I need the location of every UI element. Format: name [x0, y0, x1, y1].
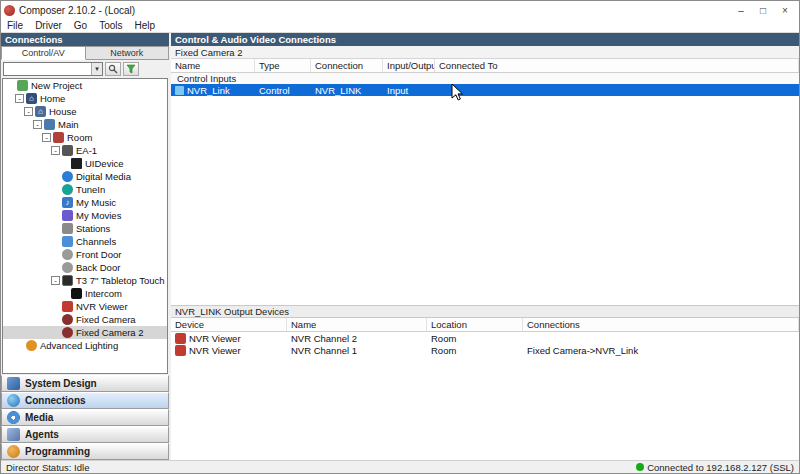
- menu-tools[interactable]: Tools: [93, 20, 128, 31]
- output-row-nvr-channel-2[interactable]: NVR ViewerNVR Channel 2Room: [171, 332, 799, 344]
- tree-item-intercom[interactable]: Intercom: [3, 287, 167, 300]
- nav-panel: System DesignConnectionsMediaAgentsProgr…: [1, 375, 169, 460]
- lighting-icon: [26, 340, 37, 351]
- expander-icon: [51, 315, 60, 324]
- nav-item-system-design[interactable]: System Design: [1, 375, 169, 392]
- group-row-control-inputs: Control Inputs: [171, 73, 799, 84]
- tree-item-back-door[interactable]: Back Door: [3, 261, 167, 274]
- tree-item-new-project[interactable]: New Project: [3, 79, 167, 92]
- device-name: NVR Viewer: [189, 345, 241, 356]
- minimize-button[interactable]: –: [730, 2, 752, 18]
- expander-icon[interactable]: -: [42, 133, 51, 142]
- output-table-header: DeviceNameLocationConnections: [171, 318, 799, 332]
- device-icon: [62, 145, 73, 156]
- chevron-down-icon[interactable]: ▾: [91, 63, 102, 75]
- expander-icon[interactable]: -: [24, 107, 33, 116]
- tree-item-my-movies[interactable]: My Movies: [3, 209, 167, 222]
- intercom-icon: [71, 288, 82, 299]
- expander-icon[interactable]: -: [51, 146, 60, 155]
- tree-item-my-music[interactable]: My Music: [3, 196, 167, 209]
- nav-item-label: Media: [25, 412, 53, 423]
- home-icon: [26, 93, 37, 104]
- close-button[interactable]: ×: [774, 2, 796, 18]
- cell-connection: NVR_LINK: [311, 84, 383, 96]
- expander-icon[interactable]: -: [51, 276, 60, 285]
- camera-icon: [62, 327, 73, 338]
- tree-item-main[interactable]: -Main: [3, 118, 167, 131]
- expander-icon: [15, 341, 24, 350]
- tab-control-av[interactable]: Control/AV: [1, 46, 86, 60]
- tab-network[interactable]: Network: [86, 46, 170, 60]
- menu-go[interactable]: Go: [68, 20, 93, 31]
- expander-icon: [51, 263, 60, 272]
- tree-item-channels[interactable]: Channels: [3, 235, 167, 248]
- tree-item-advanced-lighting[interactable]: Advanced Lighting: [3, 339, 167, 352]
- filter-button[interactable]: [123, 62, 139, 76]
- expander-icon: [51, 237, 60, 246]
- cell-connected-to: [435, 84, 799, 96]
- system-design-icon: [7, 377, 20, 390]
- nvr-icon: [62, 301, 73, 312]
- room-icon: [53, 132, 64, 143]
- tree-item-label: Room: [67, 132, 92, 143]
- selected-device-label: Fixed Camera 2: [171, 46, 799, 59]
- cell-location: Room: [427, 332, 523, 344]
- tree-item-room[interactable]: -Room: [3, 131, 167, 144]
- main-content: Connections Control/AVNetwork ▾ New Proj…: [1, 33, 799, 460]
- output-table-body: NVR ViewerNVR Channel 2RoomNVR ViewerNVR…: [171, 332, 799, 356]
- find-button[interactable]: [105, 62, 121, 76]
- tree-item-t3-7-tabletop-touch-screen[interactable]: -T3 7" Tabletop Touch Screen: [3, 274, 167, 287]
- programming-icon: [7, 445, 20, 458]
- cell-name: NVR Channel 2: [287, 332, 427, 344]
- tree-item-ea-1[interactable]: -EA-1: [3, 144, 167, 157]
- filter-combo-input[interactable]: [4, 63, 91, 75]
- connection-status: Connected to 192.168.2.127 (SSL): [636, 462, 794, 473]
- expander-icon[interactable]: -: [33, 120, 42, 129]
- nvr-viewer-icon: [175, 333, 186, 344]
- expander-icon: [51, 172, 60, 181]
- house-icon: [35, 106, 46, 117]
- connection-row-nvr-link[interactable]: NVR_LinkControlNVR_LINKInput: [171, 84, 799, 96]
- device-name: NVR Viewer: [189, 333, 241, 344]
- tree-item-home[interactable]: -Home: [3, 92, 167, 105]
- expander-icon: [51, 250, 60, 259]
- window-title: Composer 2.10.2 - (Local): [19, 5, 730, 16]
- tree-item-fixed-camera-2[interactable]: Fixed Camera 2: [3, 326, 167, 339]
- tree-item-label: My Movies: [76, 210, 121, 221]
- tree-item-digital-media[interactable]: Digital Media: [3, 170, 167, 183]
- tree-item-label: Back Door: [76, 262, 120, 273]
- expander-icon: [6, 81, 15, 90]
- nav-item-programming[interactable]: Programming: [1, 443, 169, 460]
- nav-item-label: Programming: [25, 446, 90, 457]
- tree-item-nvr-viewer[interactable]: NVR Viewer: [3, 300, 167, 313]
- cell-name: NVR_Link: [171, 84, 255, 96]
- tree-item-label: EA-1: [76, 145, 97, 156]
- connections-icon: [7, 394, 20, 407]
- menu-file[interactable]: File: [1, 20, 29, 31]
- expander-icon: [51, 328, 60, 337]
- connections-pane: Connections Control/AVNetwork ▾ New Proj…: [1, 33, 169, 460]
- app-icon: [4, 5, 15, 16]
- tree-item-fixed-camera[interactable]: Fixed Camera: [3, 313, 167, 326]
- media-icon: [7, 411, 20, 424]
- menu-help[interactable]: Help: [129, 20, 162, 31]
- door-icon: [62, 249, 73, 260]
- tree-item-label: Channels: [76, 236, 116, 247]
- output-row-nvr-channel-1[interactable]: NVR ViewerNVR Channel 1RoomFixed Camera-…: [171, 344, 799, 356]
- column-header-location: Location: [427, 318, 523, 331]
- cell-device: NVR Viewer: [171, 332, 287, 344]
- nav-item-media[interactable]: Media: [1, 409, 169, 426]
- expander-icon[interactable]: -: [15, 94, 24, 103]
- nav-item-agents[interactable]: Agents: [1, 426, 169, 443]
- tree-item-tunein[interactable]: TuneIn: [3, 183, 167, 196]
- connections-table-header: NameTypeConnectionInput/OutputConnected …: [171, 59, 799, 73]
- nav-item-connections[interactable]: Connections: [1, 392, 169, 409]
- tree-item-house[interactable]: -House: [3, 105, 167, 118]
- tree-item-label: House: [49, 106, 76, 117]
- menu-driver[interactable]: Driver: [29, 20, 68, 31]
- tree-item-stations[interactable]: Stations: [3, 222, 167, 235]
- tree-item-uidevice[interactable]: UIDevice: [3, 157, 167, 170]
- maximize-button[interactable]: □: [752, 2, 774, 18]
- cell-connections: [523, 332, 799, 344]
- tree-item-front-door[interactable]: Front Door: [3, 248, 167, 261]
